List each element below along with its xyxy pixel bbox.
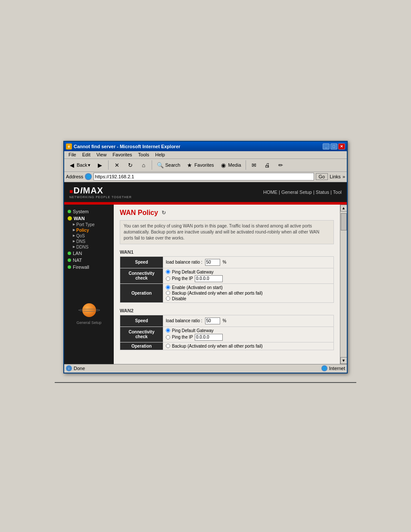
system-bullet xyxy=(68,210,71,213)
menu-tools[interactable]: Tools xyxy=(136,152,152,158)
content-area: WAN Policy ↻ You can set the policy of u… xyxy=(114,205,340,364)
toolbar-separator-1 xyxy=(108,160,109,170)
menubar: File Edit View Favorites Tools Help xyxy=(64,151,347,159)
address-globe-icon: 🌐 xyxy=(85,173,92,180)
scroll-thumb[interactable] xyxy=(341,213,347,230)
wan1-ping-ip-option[interactable]: Ping the IP xyxy=(166,275,331,282)
sidebar-item-system[interactable]: System xyxy=(64,208,114,215)
menu-edit[interactable]: Edit xyxy=(80,152,93,158)
sidebar: System WAN Port Type Policy QoS DNS DDNS… xyxy=(64,205,114,364)
wan2-ping-ip-input[interactable] xyxy=(195,334,223,341)
wan1-ping-gw-radio[interactable] xyxy=(166,270,170,274)
wan2-backup-radio[interactable] xyxy=(166,344,170,348)
sidebar-item-qos[interactable]: QoS xyxy=(64,233,114,239)
wan2-ping-gw-radio[interactable] xyxy=(166,328,170,333)
address-input[interactable]: https://192.168.2.1 xyxy=(93,173,314,180)
scroll-up-arrow[interactable]: ▲ xyxy=(340,205,347,212)
menu-file[interactable]: File xyxy=(66,152,79,158)
toolbar: ◀ Back ▾ ▶ ✕ ↻ ⌂ 🔍 Search ★ xyxy=(64,159,347,172)
back-icon: ◀ xyxy=(68,161,76,169)
wan1-operation-value: Enable (Activated on start) Backup (Acti… xyxy=(163,283,334,302)
brand-tagline: NETWORKING PEOPLE TOGETHER xyxy=(69,196,132,199)
menu-favorites[interactable]: Favorites xyxy=(110,152,134,158)
wan2-speed-row: Speed load balance ratio : % xyxy=(120,315,334,327)
maximize-button[interactable]: □ xyxy=(330,143,337,149)
wan1-operation-options: Enable (Activated on start) Backup (Acti… xyxy=(166,285,331,301)
wan1-title: WAN1 xyxy=(120,249,334,255)
wan1-ping-gw-option[interactable]: Ping Default Gateway xyxy=(166,270,331,274)
wan1-ping-ip-radio[interactable] xyxy=(166,277,170,281)
wan2-ping-ip-option[interactable]: Ping the IP xyxy=(166,334,331,341)
nav-status[interactable]: Status xyxy=(316,190,329,195)
statusbar: i Done 🌐 Internet xyxy=(64,364,347,373)
wan2-ping-ip-radio[interactable] xyxy=(166,335,170,339)
sidebar-item-port-type[interactable]: Port Type xyxy=(64,222,114,227)
links-label[interactable]: Links xyxy=(330,174,341,179)
sidebar-item-wan[interactable]: WAN xyxy=(64,215,114,222)
mail-button[interactable]: ✉ xyxy=(248,160,260,170)
ie-window: e Cannot find server - Microsoft Interne… xyxy=(63,141,348,373)
wan2-operation-label: Operation xyxy=(120,342,163,350)
sidebar-item-ddns[interactable]: DDNS xyxy=(64,244,114,250)
lan-label: LAN xyxy=(73,251,82,256)
search-button[interactable]: 🔍 Search xyxy=(154,160,182,170)
toolbar-separator-2 xyxy=(152,160,152,170)
sidebar-item-lan[interactable]: LAN xyxy=(64,250,114,257)
menu-view[interactable]: View xyxy=(94,152,109,158)
wan1-ping-ip-input[interactable] xyxy=(195,275,223,282)
titlebar: e Cannot find server - Microsoft Interne… xyxy=(64,142,347,151)
wan2-load-balance-input[interactable] xyxy=(205,317,220,324)
router-nav: HOME | General Setup | Status | Tool xyxy=(263,190,342,195)
wan2-operation-row: Operation Backup (Activated only when al… xyxy=(120,342,334,350)
wan1-connectivity-label: Connectivity check xyxy=(120,268,163,283)
wan1-backup-option[interactable]: Backup (Activated only when all other po… xyxy=(166,291,331,296)
forward-button[interactable]: ▶ xyxy=(94,160,106,170)
lan-bullet xyxy=(68,252,71,255)
nav-tool[interactable]: Tool xyxy=(333,190,342,195)
wan1-disable-option[interactable]: Disable xyxy=(166,296,331,301)
status-text: Done xyxy=(74,366,85,371)
nav-general-setup[interactable]: General Setup xyxy=(281,190,312,195)
content-scrollbar[interactable]: ▲ ▼ xyxy=(340,205,347,364)
search-icon: 🔍 xyxy=(156,161,164,169)
home-button[interactable]: ⌂ xyxy=(137,160,149,170)
nav-home[interactable]: HOME xyxy=(263,190,277,195)
wan2-ping-gw-option[interactable]: Ping Default Gateway xyxy=(166,328,331,333)
media-icon: ◉ xyxy=(220,161,227,169)
nat-label: NAT xyxy=(73,258,82,263)
brand-name: ■DIMAX xyxy=(69,186,132,196)
print-button[interactable]: 🖨 xyxy=(262,160,274,170)
wan1-disable-radio[interactable] xyxy=(166,296,170,301)
minimize-button[interactable]: _ xyxy=(323,143,330,149)
sidebar-item-firewall[interactable]: Firewall xyxy=(64,264,114,271)
wan1-enable-option[interactable]: Enable (Activated on start) xyxy=(166,285,331,290)
sidebar-item-policy[interactable]: Policy xyxy=(64,227,114,233)
wan1-load-balance-input[interactable] xyxy=(205,259,220,266)
wan1-connectivity-row: Connectivity check Ping Default Gateway xyxy=(120,268,334,283)
wan2-percent: % xyxy=(223,318,227,323)
back-button[interactable]: ◀ Back ▾ xyxy=(66,160,93,170)
wan2-speed-value: load balance ratio : % xyxy=(163,315,334,327)
forward-icon: ▶ xyxy=(96,161,104,169)
close-button[interactable]: ✕ xyxy=(338,143,345,149)
wan1-section: WAN1 Speed load balance ratio : xyxy=(120,249,334,303)
go-button[interactable]: Go xyxy=(316,173,328,180)
wan1-backup-radio[interactable] xyxy=(166,291,170,295)
sidebar-item-nat[interactable]: NAT xyxy=(64,257,114,264)
wan1-enable-radio[interactable] xyxy=(166,285,170,289)
menu-help[interactable]: Help xyxy=(153,152,168,158)
wan2-operation-options: Backup (Activated only when all other po… xyxy=(166,344,331,348)
favorites-button[interactable]: ★ Favorites xyxy=(184,160,216,170)
links-arrow: » xyxy=(342,174,345,179)
wan2-backup-option[interactable]: Backup (Activated only when all other po… xyxy=(166,344,331,348)
page-refresh-icon[interactable]: ↻ xyxy=(161,210,167,216)
media-button[interactable]: ◉ Media xyxy=(218,160,243,170)
edit-button[interactable]: ✏ xyxy=(275,160,287,170)
firewall-label: Firewall xyxy=(73,264,89,270)
sidebar-item-dns[interactable]: DNS xyxy=(64,239,114,244)
scroll-down-arrow[interactable]: ▼ xyxy=(340,357,347,364)
stop-button[interactable]: ✕ xyxy=(111,160,123,170)
wan2-title: WAN2 xyxy=(120,308,334,313)
page-title: WAN Policy ↻ xyxy=(120,209,334,217)
refresh-button[interactable]: ↻ xyxy=(124,160,136,170)
